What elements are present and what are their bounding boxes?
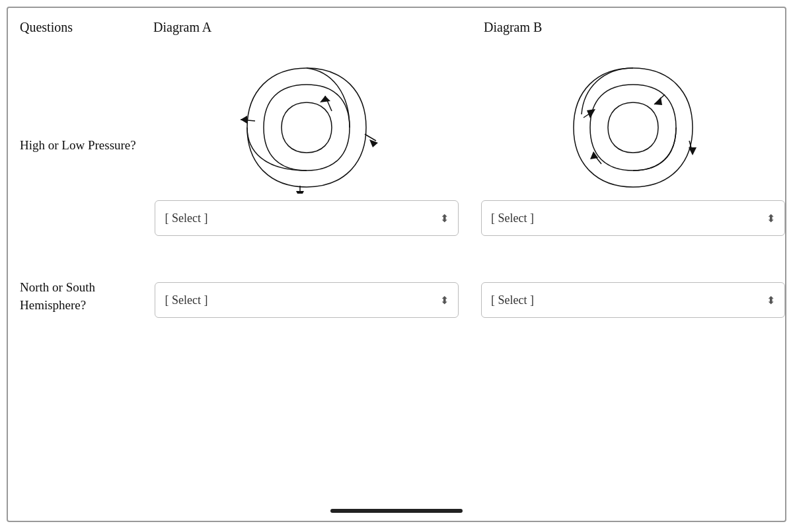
question-hemisphere-label: North or South Hemisphere? [8,279,146,314]
svg-marker-5 [296,191,304,194]
main-container: Questions Diagram A Diagram B High or Lo… [7,7,786,522]
diagram-a-svg [227,48,386,194]
header-questions: Questions [8,20,147,35]
svg-marker-9 [654,97,662,105]
diagram-b-svg [554,48,712,194]
select-b-pressure[interactable]: [ Select ] High Low [491,211,775,225]
svg-marker-3 [241,116,247,124]
select-b-hemisphere-wrapper[interactable]: [ Select ] North South ⬍ [481,282,785,318]
header-row: Questions Diagram A Diagram B [8,8,785,42]
select-a-pressure[interactable]: [ Select ] High Low [165,211,449,225]
diagram-b-pressure: [ Select ] High Low ⬍ [468,48,785,243]
select-a-hemisphere[interactable]: [ Select ] North South [165,293,449,307]
svg-marker-13 [590,151,598,159]
bottom-bar [330,509,463,513]
select-a-hemisphere-wrapper[interactable]: [ Select ] North South ⬍ [155,282,459,318]
select-b-pressure-wrapper[interactable]: [ Select ] High Low ⬍ [481,200,785,236]
header-diagram-a: Diagram A [147,20,471,35]
svg-marker-11 [689,147,697,155]
svg-marker-7 [369,139,378,147]
select-b-hemisphere[interactable]: [ Select ] North South [491,293,775,307]
select-a-pressure-wrapper[interactable]: [ Select ] High Low ⬍ [155,200,459,236]
svg-line-6 [365,134,376,141]
question-pressure-label: High or Low Pressure? [8,137,146,155]
diagram-a-pressure: [ Select ] High Low ⬍ [146,48,468,243]
svg-marker-1 [320,96,330,102]
header-diagram-b: Diagram B [471,20,785,35]
